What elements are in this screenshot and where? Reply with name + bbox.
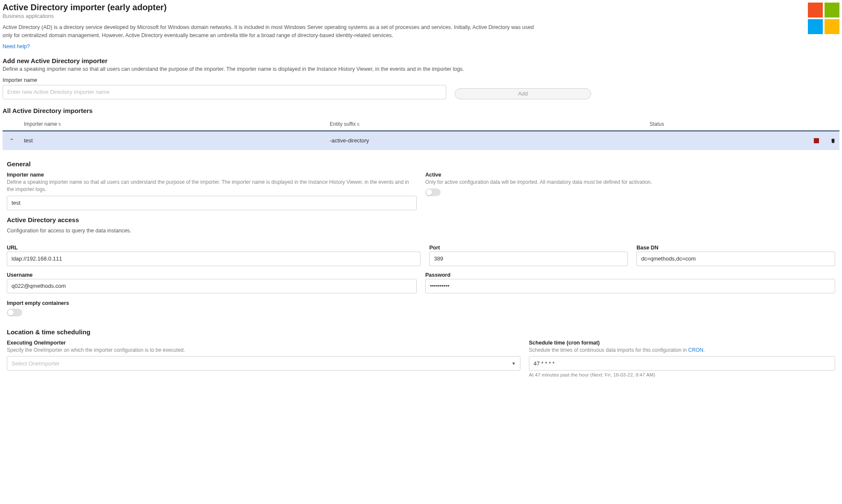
importers-table: Importer name⇅ Entity suffix⇅ Status ⌄ t… <box>3 118 839 151</box>
row-suffix: -active-directory <box>330 131 650 151</box>
col-entity-suffix[interactable]: Entity suffix⇅ <box>330 118 650 131</box>
url-label: URL <box>7 245 421 251</box>
new-importer-name-input[interactable] <box>3 85 446 99</box>
cron-next-text: At 47 minutes past the hour (Next: Fri, … <box>529 372 835 377</box>
sort-icon: ⇅ <box>357 122 360 127</box>
page-description: Active Directory (AD) is a directory ser… <box>3 23 544 40</box>
username-input[interactable] <box>7 279 417 293</box>
cron-label: Schedule time (cron format) <box>529 340 835 346</box>
all-importers-title: All Active Directory importers <box>3 107 839 114</box>
row-name: test <box>24 131 330 151</box>
port-label: Port <box>429 245 628 251</box>
table-row[interactable]: ⌄ test -active-directory <box>3 131 839 151</box>
importer-name-label: Importer name <box>3 77 839 83</box>
need-help-link[interactable]: Need help? <box>3 43 30 49</box>
page-title: Active Directory importer (early adopter… <box>3 3 808 12</box>
active-label: Active <box>425 172 835 178</box>
sort-icon: ⇅ <box>58 122 61 127</box>
basedn-label: Base DN <box>636 245 835 251</box>
cron-hint: Schedule the times of continuous data im… <box>529 347 835 354</box>
microsoft-logo <box>808 3 839 34</box>
add-section-description: Define a speaking importer name so that … <box>3 66 839 72</box>
schedule-section-title: Location & time scheduling <box>7 328 835 336</box>
page-subtitle: Business applications <box>3 13 808 19</box>
active-toggle[interactable] <box>425 188 441 196</box>
username-label: Username <box>7 272 417 278</box>
url-input[interactable] <box>7 252 421 266</box>
general-name-hint: Define a speaking importer name so that … <box>7 179 417 193</box>
import-empty-label: Import empty containers <box>7 300 835 306</box>
password-label: Password <box>425 272 835 278</box>
col-importer-name[interactable]: Importer name⇅ <box>24 118 330 131</box>
general-name-label: Importer name <box>7 172 417 178</box>
password-input[interactable] <box>425 279 835 293</box>
caret-down-icon: ▼ <box>511 361 516 366</box>
port-input[interactable] <box>429 252 628 266</box>
cron-link[interactable]: CRON <box>688 347 703 353</box>
trash-icon[interactable] <box>830 137 836 144</box>
basedn-input[interactable] <box>636 252 835 266</box>
add-button[interactable]: Add <box>455 88 591 99</box>
chevron-up-icon[interactable]: ⌄ <box>9 137 14 144</box>
access-section-desc: Configuration for access to query the da… <box>7 228 835 234</box>
executing-hint: Specify the OneImporter on which the imp… <box>7 347 520 354</box>
col-status: Status <box>650 118 839 131</box>
access-section-title: Active Directory access <box>7 216 835 223</box>
general-name-input[interactable] <box>7 196 417 210</box>
status-indicator <box>814 138 819 143</box>
import-empty-toggle[interactable] <box>7 309 22 316</box>
executing-oneimporter-select[interactable]: Select OneImporter ▼ <box>7 356 520 371</box>
general-section-title: General <box>7 160 835 168</box>
cron-input[interactable] <box>529 356 835 371</box>
executing-label: Executing OneImporter <box>7 340 520 346</box>
active-hint: Only for active configuration data will … <box>425 179 835 186</box>
add-section-title: Add new Active Directory importer <box>3 57 839 64</box>
